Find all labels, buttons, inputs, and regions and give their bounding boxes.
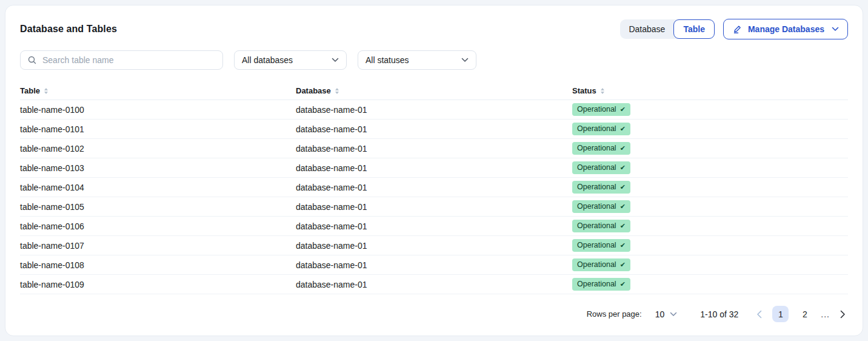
- database-filter-value: All databases: [242, 55, 293, 65]
- database-name-cell: database-name-01: [296, 183, 572, 192]
- rows-per-page-label: Rows per page:: [587, 309, 642, 319]
- database-name-cell: database-name-01: [296, 163, 572, 173]
- table-row[interactable]: table-name-0106database-name-01Operation…: [20, 217, 848, 236]
- table-name-cell: table-name-0105: [20, 202, 296, 212]
- check-icon: ✔: [620, 164, 626, 172]
- table-row[interactable]: table-name-0108database-name-01Operation…: [20, 255, 848, 275]
- column-header-status[interactable]: Status: [572, 86, 848, 95]
- database-name-cell: database-name-01: [296, 144, 572, 154]
- status-badge: Operational✔: [572, 161, 630, 174]
- status-label: Operational: [577, 280, 616, 289]
- table-body: table-name-0100database-name-01Operation…: [20, 100, 848, 294]
- status-filter-select[interactable]: All statuses: [358, 50, 476, 70]
- page-button-1[interactable]: 1: [772, 306, 789, 322]
- pagination-ellipsis: ...: [821, 309, 830, 319]
- table-row[interactable]: table-name-0104database-name-01Operation…: [20, 178, 848, 197]
- chevron-right-icon: [840, 310, 846, 319]
- sort-icon[interactable]: [335, 88, 339, 94]
- check-icon: ✔: [620, 241, 626, 249]
- page-button-2[interactable]: 2: [796, 306, 813, 322]
- table-header-row: Table Database Status: [20, 82, 848, 100]
- status-badge: Operational✔: [572, 103, 630, 116]
- pagination-range: 1-10 of 32: [700, 309, 738, 319]
- status-cell: Operational✔: [572, 278, 848, 291]
- sort-icon[interactable]: [601, 88, 604, 94]
- status-filter-value: All statuses: [366, 55, 409, 65]
- table-row[interactable]: table-name-0109database-name-01Operation…: [20, 275, 848, 294]
- database-name-cell: database-name-01: [296, 105, 572, 115]
- check-icon: ✔: [620, 280, 626, 288]
- toggle-database-button[interactable]: Database: [620, 19, 673, 39]
- card-header: Database and Tables Database Table Manag…: [20, 19, 848, 39]
- status-cell: Operational✔: [572, 161, 848, 174]
- database-name-cell: database-name-01: [296, 202, 572, 212]
- status-label: Operational: [577, 163, 616, 172]
- search-icon: [27, 55, 37, 65]
- status-badge: Operational✔: [572, 278, 630, 291]
- database-name-cell: database-name-01: [296, 241, 572, 251]
- status-label: Operational: [577, 105, 616, 114]
- status-cell: Operational✔: [572, 103, 848, 116]
- table-row[interactable]: table-name-0105database-name-01Operation…: [20, 197, 848, 217]
- table-row[interactable]: table-name-0101database-name-01Operation…: [20, 120, 848, 139]
- status-label: Operational: [577, 260, 616, 269]
- header-actions: Database Table Manage Databases: [620, 19, 848, 39]
- column-header-database[interactable]: Database: [296, 86, 572, 95]
- check-icon: ✔: [620, 222, 626, 230]
- table-row[interactable]: table-name-0103database-name-01Operation…: [20, 158, 848, 178]
- sort-icon[interactable]: [44, 88, 48, 94]
- toggle-table-button[interactable]: Table: [673, 19, 715, 39]
- table-name-cell: table-name-0104: [20, 183, 296, 192]
- status-badge: Operational✔: [572, 181, 630, 194]
- table-name-cell: table-name-0108: [20, 260, 296, 270]
- search-input[interactable]: [42, 55, 216, 65]
- check-icon: ✔: [620, 203, 626, 211]
- table-row[interactable]: table-name-0100database-name-01Operation…: [20, 100, 848, 120]
- check-icon: ✔: [620, 106, 626, 113]
- rows-per-page-select[interactable]: 10: [655, 309, 678, 319]
- status-cell: Operational✔: [572, 258, 848, 271]
- manage-databases-label: Manage Databases: [748, 24, 824, 34]
- chevron-left-icon: [756, 310, 762, 319]
- table-row[interactable]: table-name-0102database-name-01Operation…: [20, 139, 848, 158]
- chevron-down-icon: [332, 58, 339, 62]
- database-tables-card: Database and Tables Database Table Manag…: [5, 5, 863, 336]
- database-name-cell: database-name-01: [296, 280, 572, 289]
- table-name-cell: table-name-0101: [20, 124, 296, 134]
- previous-page-button[interactable]: [754, 308, 764, 321]
- status-label: Operational: [577, 241, 616, 250]
- database-name-cell: database-name-01: [296, 260, 572, 270]
- database-name-cell: database-name-01: [296, 124, 572, 134]
- status-badge: Operational✔: [572, 258, 630, 271]
- pager-controls: 1 2 ...: [754, 306, 848, 322]
- pagination-bar: Rows per page: 10 1-10 of 32 1 2 ...: [20, 306, 848, 323]
- chevron-down-icon: [832, 27, 839, 32]
- chevron-down-icon: [670, 312, 677, 317]
- status-cell: Operational✔: [572, 181, 848, 194]
- table-name-cell: table-name-0100: [20, 105, 296, 115]
- database-filter-select[interactable]: All databases: [234, 50, 347, 70]
- table-name-cell: table-name-0106: [20, 221, 296, 231]
- page-title: Database and Tables: [20, 24, 117, 35]
- status-label: Operational: [577, 183, 616, 192]
- table-name-cell: table-name-0103: [20, 163, 296, 173]
- check-icon: ✔: [620, 125, 626, 133]
- status-label: Operational: [577, 144, 616, 153]
- status-badge: Operational✔: [572, 123, 630, 135]
- check-icon: ✔: [620, 183, 626, 191]
- rows-per-page-value: 10: [655, 309, 665, 319]
- column-header-table[interactable]: Table: [20, 86, 296, 95]
- status-badge: Operational✔: [572, 200, 630, 213]
- pencil-icon: [732, 24, 743, 35]
- next-page-button[interactable]: [838, 308, 848, 321]
- status-label: Operational: [577, 221, 616, 231]
- table-name-cell: table-name-0102: [20, 144, 296, 154]
- manage-databases-button[interactable]: Manage Databases: [723, 19, 848, 39]
- table-row[interactable]: table-name-0107database-name-01Operation…: [20, 236, 848, 255]
- status-cell: Operational✔: [572, 142, 848, 155]
- status-badge: Operational✔: [572, 239, 630, 252]
- status-cell: Operational✔: [572, 123, 848, 135]
- tables-table: Table Database Status table-name-0100dat…: [20, 82, 848, 294]
- status-label: Operational: [577, 202, 616, 211]
- status-badge: Operational✔: [572, 220, 630, 232]
